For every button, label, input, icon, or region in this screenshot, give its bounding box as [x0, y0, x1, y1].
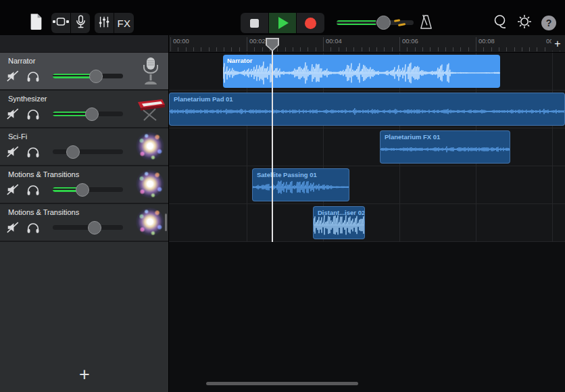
audio-region[interactable]: Satellite Passing 01 — [252, 168, 349, 201]
time-ruler[interactable]: 00:0000:0200:0400:0600:0800:10 — [169, 35, 565, 53]
audio-connector-icon — [52, 16, 70, 30]
ruler-major-tick — [323, 37, 324, 51]
track-volume-slider[interactable] — [53, 225, 123, 230]
ruler-tick — [362, 47, 362, 51]
ruler-major-tick — [399, 37, 400, 51]
track-header[interactable]: Motions & Transitions — [0, 166, 168, 204]
solo-headphones-button[interactable] — [26, 107, 40, 120]
headers-top-strip — [0, 35, 168, 53]
play-button[interactable] — [269, 13, 297, 33]
track-name: Sci-Fi — [8, 132, 27, 141]
track-volume-slider[interactable] — [53, 112, 123, 116]
gridline — [552, 53, 553, 242]
mute-button[interactable] — [6, 221, 20, 234]
songs-button[interactable] — [26, 13, 46, 33]
ruler-time-label: 00:00 — [173, 37, 189, 45]
metronome-icon — [418, 14, 434, 33]
region-label: Distant...iser 02 — [318, 209, 365, 216]
view-input-group — [51, 13, 90, 33]
region-label: Planetarium Pad 01 — [174, 95, 233, 103]
add-track-button[interactable]: + — [64, 361, 105, 388]
track-lane[interactable] — [169, 204, 565, 242]
solo-headphones-button[interactable] — [26, 145, 40, 158]
ruler-tick — [330, 47, 331, 51]
track-header[interactable]: Synthesizer — [0, 91, 168, 128]
track-volume-knob[interactable] — [66, 145, 80, 159]
sound-burst-icon — [135, 132, 165, 162]
track-volume-knob[interactable] — [85, 107, 99, 121]
document-icon — [29, 13, 43, 33]
track-volume-knob[interactable] — [88, 221, 101, 235]
solo-headphones-button[interactable] — [26, 70, 40, 82]
track-instrument-icon[interactable] — [135, 56, 166, 87]
audio-region[interactable]: Planetarium FX 01 — [380, 130, 510, 164]
mute-button[interactable] — [6, 107, 20, 120]
track-header[interactable]: Sci-Fi — [0, 128, 168, 166]
ruler-tick — [514, 47, 515, 51]
ruler-tick — [453, 47, 453, 51]
mute-button[interactable] — [6, 183, 20, 196]
track-instrument-icon[interactable] — [135, 207, 166, 239]
playhead-line — [272, 50, 273, 242]
track-instrument-icon[interactable] — [135, 170, 166, 201]
vertical-scrollbar[interactable] — [165, 214, 167, 231]
ruler-tick — [384, 47, 385, 51]
settings-button[interactable] — [516, 13, 533, 33]
ruler-tick — [415, 47, 416, 51]
waveform — [223, 55, 500, 88]
horizontal-scrollbar[interactable] — [206, 382, 358, 385]
play-icon — [278, 17, 289, 29]
region-label: Narrator — [227, 57, 253, 64]
loop-browser-button[interactable] — [491, 13, 509, 33]
ruler-time-label: 00:02 — [249, 37, 266, 45]
track-lane[interactable] — [169, 166, 565, 204]
microphone-image-icon — [135, 78, 166, 89]
ruler-tick — [376, 47, 377, 51]
help-button[interactable]: ? — [541, 13, 557, 33]
synthesizer-keyboard-icon — [135, 113, 166, 124]
ruler-tick — [468, 47, 469, 51]
ruler-tick — [460, 47, 461, 51]
tracks-view-button[interactable] — [51, 13, 70, 33]
track-header[interactable]: Narrator — [0, 53, 168, 91]
record-button[interactable] — [297, 13, 324, 33]
ruler-tick — [392, 47, 393, 51]
ruler-tick — [224, 47, 224, 51]
ruler-tick — [239, 47, 240, 51]
stop-button[interactable] — [241, 13, 268, 33]
ruler-major-tick — [170, 37, 171, 51]
track-volume-knob[interactable] — [76, 183, 89, 197]
audio-region[interactable]: Distant...iser 02 — [313, 206, 365, 239]
ruler-tick — [422, 47, 423, 51]
add-section-button[interactable]: + — [551, 36, 564, 51]
metronome-button[interactable] — [417, 13, 435, 33]
mute-button[interactable] — [6, 70, 20, 82]
ruler-tick — [285, 47, 286, 51]
ruler-tick — [430, 47, 431, 51]
microphone-icon — [76, 15, 86, 32]
solo-headphones-button[interactable] — [26, 183, 40, 196]
track-volume-slider[interactable] — [53, 149, 123, 154]
track-volume-slider[interactable] — [53, 187, 123, 192]
ruler-tick — [262, 47, 263, 51]
stop-icon — [250, 19, 259, 28]
track-volume-knob[interactable] — [89, 70, 103, 83]
solo-headphones-button[interactable] — [26, 221, 40, 234]
ruler-tick — [499, 47, 499, 51]
input-settings-button[interactable] — [71, 13, 90, 33]
ruler-tick — [254, 47, 255, 51]
ruler-tick — [231, 47, 232, 51]
mute-button[interactable] — [6, 145, 20, 158]
track-volume-slider[interactable] — [53, 74, 123, 78]
track-header[interactable]: Motions & Transitions — [0, 204, 168, 242]
ruler-tick — [346, 47, 347, 51]
audio-region[interactable]: Narrator — [223, 55, 500, 88]
sound-burst-icon — [135, 170, 165, 199]
fx-button[interactable]: FX — [114, 13, 134, 33]
track-instrument-icon[interactable] — [135, 132, 166, 163]
track-instrument-icon[interactable] — [135, 94, 166, 125]
toolbar: FX — [0, 0, 565, 35]
audio-region[interactable]: Planetarium Pad 01 — [169, 93, 565, 126]
track-controls-button[interactable] — [95, 13, 114, 33]
master-volume-knob[interactable] — [376, 16, 391, 30]
